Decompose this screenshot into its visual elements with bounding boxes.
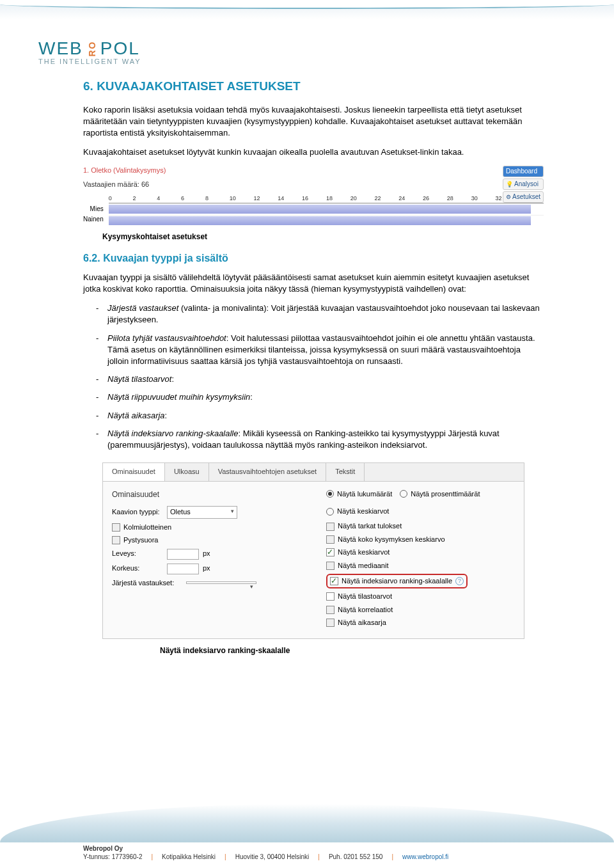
radio-group: Näytä lukumäärätNäytä prosenttimäärätNäy… — [326, 489, 515, 517]
section-title: KUVAAJAKOHTAISET ASETUKSET — [97, 79, 300, 93]
chart-type-select[interactable]: Oletus — [167, 506, 237, 518]
checkbox-label: Näytä koko kysymyksen keskiarvo — [338, 535, 445, 544]
chart-y-labels: Mies Nainen — [83, 194, 104, 226]
footer-separator: | — [391, 853, 393, 860]
checkbox-option: Näytä tilastoarvot — [326, 592, 515, 601]
chart-bar-row — [109, 203, 544, 215]
checkbox-option: Näytä aikasarja — [326, 618, 515, 627]
axis-tick: 6 — [181, 194, 205, 203]
footer-part[interactable]: www.webropol.fi — [402, 853, 448, 860]
footer-part: Kotipaikka Helsinki — [162, 853, 216, 860]
axis-tick: 16 — [302, 194, 326, 203]
checkbox-option: Näytä indeksiarvo ranking-skaalalle? — [326, 574, 515, 588]
subsection-paragraph: Kuvaajan tyyppi ja sisältö välilehdeltä … — [83, 272, 544, 295]
tab-tekstit[interactable]: Tekstit — [326, 463, 365, 480]
bullet-lead: Järjestä vastaukset — [107, 303, 178, 313]
page: WEBROPOL THE INTELLIGENT WAY 6. KUVAAJAK… — [0, 0, 614, 868]
chart-axis: 0246810121416182022242628303234 — [109, 194, 544, 203]
bullet-lead: Näytä aikasarja — [107, 411, 165, 420]
highlight-box: Näytä indeksiarvo ranking-skaalalle? — [326, 574, 468, 588]
footer-wave — [0, 804, 614, 842]
bullet-lead: Näytä tilastoarvot — [107, 374, 171, 384]
checkbox[interactable] — [326, 562, 335, 570]
subsection-number: 6.2. — [83, 253, 100, 264]
panel-caption: Näytä indeksiarvo ranking-skaalalle — [160, 645, 544, 656]
height-input[interactable] — [167, 564, 199, 574]
chart-label-mies: Mies — [83, 205, 104, 214]
panel-left-column: Ominaisuudet Kaavion tyyppi: Oletus Kolm… — [112, 489, 301, 631]
checkbox-option: Näytä mediaanit — [326, 561, 515, 571]
figure-side-buttons: Dashboard Analysoi Asetukset — [503, 166, 544, 204]
logo-subtitle: THE INTELLIGENT WAY — [38, 58, 141, 65]
footer-separator: | — [152, 853, 154, 860]
tab-ominaisuudet[interactable]: Ominaisuudet — [103, 463, 165, 480]
height-label: Korkeus: — [112, 564, 163, 573]
axis-tick: 14 — [278, 194, 302, 203]
footer-company: Webropol Oy — [83, 845, 588, 852]
axis-tick: 22 — [374, 194, 398, 203]
settings-button[interactable]: Asetukset — [503, 191, 544, 203]
radio-label: Näytä prosenttimäärät — [411, 489, 480, 499]
checkbox-label: Näytä tarkat tulokset — [338, 521, 402, 531]
logo: WEBROPOL THE INTELLIGENT WAY — [38, 38, 141, 65]
checkbox[interactable] — [326, 619, 335, 627]
panel-tabs: OminaisuudetUlkoasuVastausvaihtoehtojen … — [103, 463, 524, 481]
tab-vastausvaihtoehtojen-asetukset[interactable]: Vastausvaihtoehtojen asetukset — [209, 463, 327, 480]
bullet-rest: : — [165, 411, 168, 420]
height-unit: px — [203, 564, 210, 573]
axis-tick: 2 — [133, 194, 157, 203]
radio[interactable] — [326, 490, 334, 498]
subsection-title: Kuvaajan tyyppi ja sisältö — [103, 253, 228, 264]
checkbox[interactable] — [326, 523, 335, 531]
axis-tick: 10 — [230, 194, 254, 203]
bullet-rest: : — [171, 374, 174, 384]
checkbox-option: Näytä korrelaatiot — [326, 605, 515, 615]
three-d-checkbox[interactable] — [112, 523, 120, 532]
content: 6. KUVAAJAKOHTAISET ASETUKSET Koko rapor… — [0, 72, 614, 688]
three-d-label: Kolmiulotteinen — [123, 523, 171, 532]
radio-label: Näytä keskiarvot — [337, 507, 389, 516]
top-curve — [0, 0, 614, 19]
bullet-rest: : — [250, 392, 253, 402]
analyze-button[interactable]: Analysoi — [503, 178, 544, 190]
figure-1: Dashboard Analysoi Asetukset 1. Oletko (… — [83, 166, 544, 226]
tab-ulkoasu[interactable]: Ulkoasu — [165, 463, 209, 480]
axis-tick: 26 — [423, 194, 447, 203]
chart-bar-row — [109, 215, 544, 226]
help-icon[interactable]: ? — [455, 577, 464, 585]
chart-area: 0246810121416182022242628303234 — [109, 194, 544, 226]
footer-part: Puh. 0201 552 150 — [329, 853, 383, 860]
width-unit: px — [203, 549, 210, 558]
three-d-option: Kolmiulotteinen — [112, 523, 301, 532]
vertical-checkbox[interactable] — [112, 536, 120, 544]
vertical-label: Pystysuora — [123, 535, 158, 545]
checkbox-option: Näytä tarkat tulokset — [326, 521, 515, 531]
checkbox[interactable] — [326, 592, 335, 601]
axis-tick: 24 — [398, 194, 423, 203]
logo-main: WEBROPOL — [38, 38, 140, 59]
axis-tick: 28 — [447, 194, 471, 203]
width-label: Leveys: — [112, 549, 163, 558]
checkbox[interactable] — [330, 577, 338, 585]
width-row: Leveys: px — [112, 549, 301, 560]
checkbox[interactable] — [326, 535, 335, 544]
checkbox[interactable] — [326, 548, 335, 556]
dashboard-button[interactable]: Dashboard — [503, 166, 544, 177]
sort-label: Järjestä vastaukset: — [112, 578, 182, 588]
sort-select[interactable] — [186, 581, 256, 584]
footer-line: Y-tunnus: 1773960-2|Kotipaikka Helsinki|… — [83, 853, 588, 860]
radio[interactable] — [326, 508, 334, 516]
radio-option: Näytä keskiarvot — [326, 507, 389, 516]
bullet-item: Järjestä vastaukset (valinta- ja monival… — [96, 303, 544, 326]
checkbox[interactable] — [326, 606, 335, 614]
radio[interactable] — [400, 490, 407, 498]
footer-separator: | — [224, 853, 226, 860]
bullet-item: Näytä tilastoarvot: — [96, 374, 544, 385]
radio-label: Näytä lukumäärät — [337, 489, 392, 499]
panel-right-column: Näytä lukumäärätNäytä prosenttimäärätNäy… — [326, 489, 515, 631]
checkbox-label: Näytä indeksiarvo ranking-skaalalle — [342, 576, 452, 586]
width-input[interactable] — [167, 549, 199, 560]
bullet-lead: Näytä indeksiarvo ranking-skaalalle — [107, 429, 239, 438]
bullet-item: Näytä aikasarja: — [96, 410, 544, 422]
axis-tick: 20 — [350, 194, 375, 203]
